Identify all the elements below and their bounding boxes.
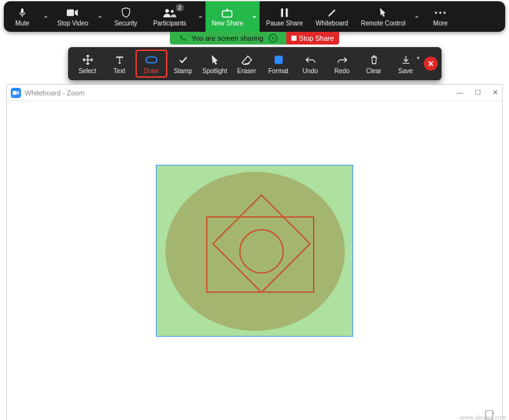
trash-icon: [370, 53, 379, 66]
svg-rect-4: [223, 11, 232, 17]
shield-icon: [121, 7, 131, 18]
ellipsis-icon: [435, 7, 446, 18]
new-share-label: New Share: [212, 20, 243, 27]
window-minimize-button[interactable]: —: [456, 88, 463, 97]
cursor-icon: [379, 7, 387, 18]
share-up-icon: [221, 7, 233, 18]
drawn-circle[interactable]: [239, 229, 284, 274]
undo-tool[interactable]: Undo: [295, 50, 326, 78]
select-tool[interactable]: Select: [72, 50, 104, 78]
svg-point-3: [171, 10, 174, 13]
pause-share-label: Pause Share: [266, 20, 303, 27]
spotlight-label: Spotlight: [202, 67, 227, 74]
security-label: Security: [115, 20, 137, 27]
eraser-icon: [241, 53, 253, 66]
remote-control-caret[interactable]: [412, 1, 422, 32]
participants-icon: [163, 7, 177, 18]
undo-icon: [305, 53, 316, 66]
text-icon: [115, 53, 125, 66]
microphone-icon: [17, 7, 27, 18]
svg-rect-1: [67, 10, 74, 17]
text-label: Text: [113, 67, 125, 74]
zoom-app-icon: [11, 88, 21, 98]
pencil-icon: [327, 7, 337, 18]
stop-share-button[interactable]: Stop Share: [286, 32, 339, 45]
stamp-label: Stamp: [174, 67, 192, 74]
phone-icon: [179, 34, 186, 42]
mute-label: Mute: [15, 20, 29, 27]
pause-icon: [280, 7, 289, 18]
video-caret[interactable]: [95, 1, 105, 32]
format-tool[interactable]: Format: [263, 50, 295, 78]
eraser-tool[interactable]: Eraser: [231, 50, 263, 78]
save-tool[interactable]: Save: [390, 50, 422, 78]
pause-share-button[interactable]: Pause Share: [260, 1, 309, 32]
save-label: Save: [398, 67, 413, 74]
annotation-toolbar: Select Text Draw Stamp Spotlight: [68, 47, 442, 80]
check-icon: [178, 53, 188, 66]
more-button[interactable]: More: [422, 1, 459, 32]
draw-shape-icon: [145, 53, 158, 66]
security-button[interactable]: Security: [108, 1, 144, 32]
svg-point-2: [165, 9, 169, 13]
remote-control-button[interactable]: Remote Control: [354, 1, 412, 32]
svg-point-8: [440, 11, 442, 13]
clear-tool[interactable]: Clear: [358, 50, 390, 78]
redo-label: Redo: [335, 67, 350, 74]
participants-label: Participants: [153, 20, 186, 27]
drawing-selection[interactable]: [156, 165, 353, 337]
format-label: Format: [268, 67, 289, 74]
stop-icon: [291, 36, 296, 41]
svg-rect-5: [281, 8, 283, 17]
video-icon: [67, 7, 78, 18]
stop-video-label: Stop Video: [57, 20, 88, 27]
spotlight-icon: [210, 53, 220, 66]
new-share-caret[interactable]: [249, 1, 260, 32]
window-close-button[interactable]: ✕: [492, 88, 498, 97]
text-tool[interactable]: Text: [104, 50, 136, 78]
download-icon: [401, 53, 411, 66]
draw-tool[interactable]: Draw: [136, 50, 167, 78]
new-share-button[interactable]: New Share: [206, 1, 249, 32]
close-annotation-button[interactable]: [424, 57, 438, 71]
window-maximize-button[interactable]: ☐: [475, 88, 481, 97]
more-label: More: [433, 20, 448, 27]
participants-button[interactable]: 2 Participants: [144, 1, 195, 32]
sharing-status-text: You are screen sharing: [192, 34, 263, 42]
eraser-label: Eraser: [237, 67, 256, 74]
whiteboard-label: Whiteboard: [316, 20, 348, 27]
stop-video-button[interactable]: Stop Video: [51, 1, 95, 32]
window-title: Whiteboard - Zoom: [25, 89, 85, 97]
svg-rect-0: [22, 15, 22, 17]
select-label: Select: [79, 67, 97, 74]
whiteboard-button[interactable]: Whiteboard: [309, 1, 354, 32]
svg-rect-10: [146, 57, 157, 62]
format-color-icon: [274, 53, 284, 66]
participants-count-badge: 2: [176, 4, 184, 11]
watermark: www.deuaq.com: [460, 414, 506, 420]
svg-point-9: [443, 11, 445, 13]
save-caret-icon[interactable]: ▾: [417, 55, 420, 61]
whiteboard-window: Whiteboard - Zoom — ☐ ✕: [6, 84, 503, 420]
whiteboard-canvas[interactable]: [7, 101, 502, 420]
window-titlebar[interactable]: Whiteboard - Zoom — ☐ ✕: [7, 85, 502, 101]
clear-label: Clear: [366, 67, 382, 74]
mute-button[interactable]: Mute: [4, 1, 41, 32]
share-status-bar: You are screen sharing Stop Share: [0, 32, 509, 45]
redo-tool[interactable]: Redo: [326, 50, 358, 78]
spotlight-tool[interactable]: Spotlight: [199, 50, 231, 78]
svg-rect-12: [13, 91, 17, 95]
stop-share-label: Stop Share: [299, 34, 334, 42]
stamp-tool[interactable]: Stamp: [167, 50, 199, 78]
participants-caret[interactable]: [195, 1, 206, 32]
mute-caret[interactable]: [41, 1, 51, 32]
undo-label: Undo: [303, 67, 318, 74]
remote-control-label: Remote Control: [361, 20, 405, 27]
meeting-toolbar: Mute Stop Video Security 2 Participants …: [4, 1, 505, 32]
redo-icon: [337, 53, 348, 66]
close-icon: [428, 60, 434, 67]
status-dot-icon: [268, 34, 277, 43]
draw-label: Draw: [144, 67, 158, 74]
move-icon: [82, 53, 94, 66]
svg-rect-6: [286, 8, 288, 17]
